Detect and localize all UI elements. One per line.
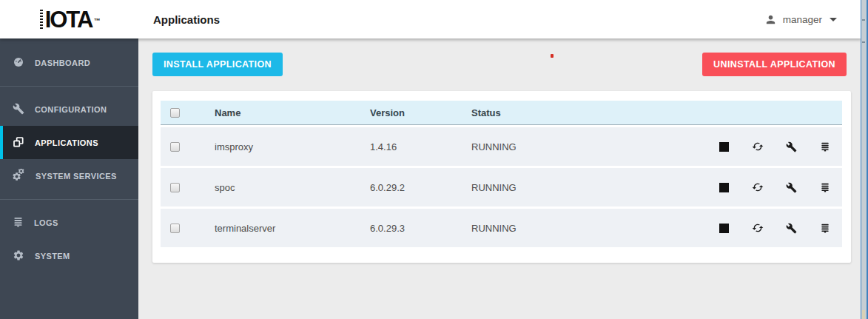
sidebar-divider — [0, 199, 138, 200]
logo-trademark: ™ — [93, 17, 100, 24]
sidebar-item-label: APPLICATIONS — [35, 138, 98, 147]
sidebar-item-label: DASHBOARD — [35, 58, 90, 67]
sidebar-item-logs[interactable]: LOGS — [0, 206, 138, 239]
column-header-name: Name — [215, 107, 370, 118]
sidebar-item-system-services[interactable]: SYSTEM SERVICES — [0, 159, 138, 192]
wrench-icon — [13, 103, 24, 116]
vertical-scrollbar[interactable] — [861, 0, 868, 319]
wrench-icon[interactable] — [786, 141, 797, 152]
user-name: manager — [783, 14, 822, 25]
sidebar-item-label: LOGS — [34, 218, 58, 227]
person-icon — [764, 13, 777, 26]
refresh-icon[interactable] — [752, 222, 764, 234]
app-status: RUNNING — [471, 223, 719, 234]
logs-icon[interactable] — [820, 223, 830, 233]
sidebar-item-configuration[interactable]: CONFIGURATION — [0, 93, 138, 126]
app-status: RUNNING — [471, 141, 719, 152]
sidebar-item-label: SYSTEM — [35, 252, 70, 261]
app-status: RUNNING — [471, 182, 719, 193]
cursor-artifact — [551, 54, 554, 58]
app-version: 1.4.16 — [370, 141, 471, 152]
refresh-icon[interactable] — [752, 141, 764, 152]
select-all-checkbox[interactable] — [170, 108, 180, 118]
gear-icon — [13, 249, 24, 263]
install-application-button[interactable]: INSTALL APPLICATION — [152, 53, 283, 76]
app-logo: IOTA ™ — [0, 8, 138, 31]
stop-icon[interactable] — [719, 183, 729, 192]
table-row: imsproxy 1.4.16 RUNNING — [161, 127, 842, 166]
chevron-down-icon — [830, 18, 837, 21]
stop-icon[interactable] — [719, 142, 729, 152]
logo-vertical-text — [40, 10, 43, 29]
logs-icon — [13, 216, 24, 229]
wrench-icon[interactable] — [786, 223, 797, 234]
wrench-icon[interactable] — [786, 182, 797, 193]
sidebar-item-dashboard[interactable]: DASHBOARD — [0, 46, 138, 79]
column-header-version: Version — [370, 107, 471, 118]
gauge-icon — [13, 56, 24, 70]
sidebar-item-system[interactable]: SYSTEM — [0, 239, 138, 272]
logs-icon[interactable] — [820, 141, 830, 152]
sidebar-item-label: SYSTEM SERVICES — [36, 172, 117, 181]
table-row: terminalserver 6.0.29.3 RUNNING — [161, 209, 842, 247]
app-version: 6.0.29.3 — [370, 223, 471, 234]
row-checkbox[interactable] — [170, 183, 180, 192]
app-name: imsproxy — [215, 141, 370, 152]
app-version: 6.0.29.2 — [370, 182, 471, 193]
row-checkbox[interactable] — [170, 224, 180, 233]
gears-icon — [13, 169, 25, 183]
scrollbar-thumb-edge — [862, 19, 865, 21]
scrollbar-thumb-edge — [862, 41, 865, 43]
sidebar-divider — [0, 86, 138, 87]
stop-icon[interactable] — [719, 224, 729, 233]
windows-icon — [13, 136, 24, 150]
app-name: spoc — [215, 182, 370, 193]
logo-text: IOTA — [45, 8, 92, 31]
app-name: terminalserver — [215, 223, 370, 234]
column-header-status: Status — [471, 107, 719, 118]
sidebar: DASHBOARD CONFIGURATION APPLICATIONS SYS… — [0, 38, 138, 319]
uninstall-application-button[interactable]: UNINSTALL APPLICATION — [702, 53, 847, 76]
row-checkbox[interactable] — [170, 142, 180, 152]
page-title: Applications — [153, 13, 220, 26]
sidebar-item-applications[interactable]: APPLICATIONS — [0, 126, 138, 159]
user-menu[interactable]: manager — [764, 0, 837, 38]
table-header-row: Name Version Status — [161, 101, 842, 125]
refresh-icon[interactable] — [752, 181, 764, 193]
top-header: IOTA ™ Applications manager — [0, 0, 861, 38]
logs-icon[interactable] — [820, 182, 830, 192]
applications-table-card: Name Version Status imsproxy 1.4.16 RUNN… — [152, 91, 851, 263]
sidebar-item-label: CONFIGURATION — [35, 105, 107, 114]
table-row: spoc 6.0.29.2 RUNNING — [161, 168, 842, 206]
scrollbar-corner — [862, 310, 865, 319]
